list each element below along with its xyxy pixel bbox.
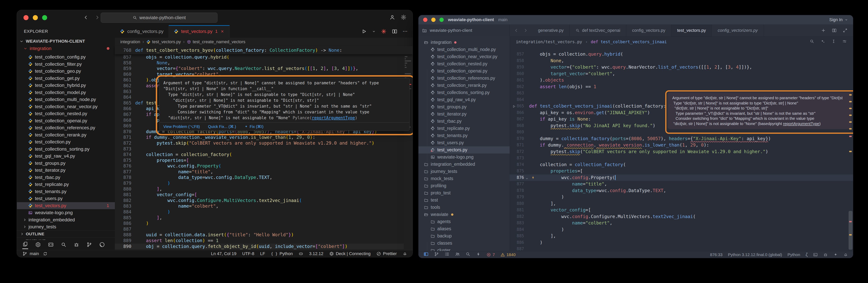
folder-cluster[interactable]: cluster [418, 247, 510, 251]
folder-classes[interactable]: classes [418, 240, 510, 247]
history-forward-icon[interactable] [94, 15, 100, 20]
file-item[interactable]: test_collection_nested.py [17, 110, 115, 117]
code-line-876[interactable]: 876 wvc.config.Property( [115, 163, 413, 169]
code-line-886[interactable]: 886 ) [510, 239, 853, 246]
file-test_collection_references.py[interactable]: test_collection_references.py [418, 75, 510, 82]
code-line-884[interactable]: 884 ) [115, 209, 413, 215]
code-line-861[interactable]: 861 ).objects [510, 77, 853, 83]
file-test_rbac.py[interactable]: test_rbac.py [418, 118, 510, 125]
breadcrumb[interactable]: integration›test_vectors.py›test_create_… [115, 38, 413, 46]
tab-test_vectors.py[interactable]: test_vectors.py [671, 25, 712, 36]
status-item[interactable] [299, 251, 303, 256]
status-outline[interactable] [444, 252, 450, 258]
file-item[interactable]: test_collection_hybrid.py [17, 82, 115, 89]
file-item[interactable]: test_collection_config.py [17, 54, 115, 61]
traffic-lights[interactable] [418, 17, 448, 22]
activity-api[interactable] [48, 242, 54, 248]
folder-collapsed[interactable]: journey_tests [17, 223, 115, 231]
file-test_tenants.py[interactable]: test_tenants.py [418, 132, 510, 139]
file-test_collection_openai.py[interactable]: test_collection_openai.py [418, 67, 510, 75]
status-branch[interactable] [434, 252, 439, 258]
code-line-857[interactable]: 857 objs = collection.query.hybrid( [115, 54, 413, 60]
file-test_collection_multi_node.py[interactable]: test_collection_multi_node.py [418, 46, 510, 53]
error-count[interactable]: 7 [486, 252, 495, 257]
code-line-889[interactable]: 889 assert len(collection) == 1 [115, 238, 413, 244]
file-item[interactable]: test_collection_model.py [17, 89, 115, 96]
folder-test[interactable]: test [418, 197, 510, 204]
account-icon[interactable] [390, 14, 395, 20]
file-item-image[interactable]: weaviate-logo.png [17, 209, 115, 216]
minimize-window-button[interactable] [431, 17, 436, 22]
code-line-890[interactable]: 890 obj = collection.query.fetch_object_… [115, 244, 413, 249]
file-item[interactable]: test_collection_references.py [17, 124, 115, 132]
file-test_collection_near_vector.py[interactable]: test_collection_near_vector.py [418, 53, 510, 60]
status-item[interactable] [403, 251, 407, 256]
crumb-search[interactable] [810, 39, 814, 44]
activity-branch[interactable] [86, 242, 92, 248]
code-line-882[interactable]: 882 wvc.config.Configure.MultiVectors.te… [510, 213, 853, 220]
code-line-880[interactable]: 880 ], [510, 201, 853, 207]
folder-aliases[interactable]: aliases [418, 225, 510, 233]
expand-icon[interactable] [843, 28, 848, 33]
code-line-885[interactable]: 885 ], [115, 215, 413, 221]
crumb-ibeam[interactable] [831, 39, 836, 44]
tooltip-action[interactable]: View Problem (⌥F8) [163, 124, 200, 129]
code-line-872[interactable]: 872 pytest.skip("ColBERT vectors are onl… [115, 140, 413, 146]
activity-hex[interactable] [35, 242, 41, 248]
sync-icon[interactable] [43, 251, 48, 256]
split-editor-icon[interactable] [392, 29, 398, 34]
code-line-887[interactable]: 887 [510, 246, 853, 251]
code-line-883[interactable]: 883 name="colbert", [510, 220, 853, 226]
folder-integration_embedded[interactable]: integration_embedded [418, 161, 510, 168]
status-item[interactable]: Prettier [376, 251, 397, 256]
breadcrumb-item[interactable]: test_vectors.py [146, 39, 181, 44]
file-test_groups.py[interactable]: test_groups.py [418, 103, 510, 110]
folder-proto_test[interactable]: proto_test [418, 189, 510, 197]
code-line-859[interactable]: 859 vector={"colbert": wvc.query.NearVec… [115, 66, 413, 72]
code-line-886[interactable]: 886 ) [115, 221, 413, 226]
tab-config_vectors.py[interactable]: config_vectors.py [626, 25, 671, 36]
folder-agents[interactable]: agents [418, 218, 510, 225]
file-item[interactable]: test_iterator.py [17, 167, 115, 174]
run-dropdown-icon[interactable] [372, 30, 376, 33]
code-line-874[interactable]: 874 collection = collection_factory( [115, 152, 413, 157]
new-tab-plus-icon[interactable] [821, 28, 826, 33]
code-line-878[interactable]: 878 data_type=wvc.config.DataType.TEXT, [510, 187, 853, 194]
status-item[interactable]: Deck | Connecting [329, 251, 371, 256]
file-weaviate-logo.png[interactable]: weaviate-logo.png [418, 153, 510, 161]
git-branch-icon[interactable] [22, 251, 27, 256]
status-item[interactable] [833, 252, 838, 257]
crumb-sliders[interactable] [842, 39, 847, 44]
tab-def-text2vec_openai[interactable]: def text2vec_openai [569, 25, 626, 36]
sticky-scroll-line[interactable]: 768 def test_colbert_vectors_byov(collec… [115, 46, 413, 54]
file-item[interactable]: test_collection_filter.py [17, 61, 115, 68]
editor-more-icon[interactable]: ⋯ [403, 28, 408, 34]
sign-in-button[interactable]: Sign In [829, 17, 853, 22]
code-line-858[interactable]: 858 None, [510, 58, 853, 64]
status-item[interactable] [813, 252, 818, 257]
folder-integration[interactable]: integration [418, 39, 510, 46]
activity-github[interactable] [99, 242, 105, 248]
code-line-882[interactable]: 882 wvc.config.Configure.MultiVectors.te… [115, 198, 413, 204]
minimize-window-button[interactable] [33, 15, 38, 20]
diagnostic-rule-link[interactable]: reportArgumentType [312, 115, 355, 120]
split-pane-icon[interactable] [832, 28, 837, 33]
file-item[interactable]: test_tenants.py [17, 188, 115, 195]
breadcrumb-item[interactable]: integration [120, 39, 140, 44]
status-item[interactable]: 876:33 [710, 252, 722, 257]
code-line-873[interactable]: 873 [510, 155, 853, 162]
code-line-885[interactable]: 885 ], [510, 233, 853, 239]
code-line-871[interactable]: 871 if dummy._connection._weaviate_versi… [115, 135, 413, 140]
file-item[interactable]: test_collection_geo.py [17, 68, 115, 75]
file-item[interactable]: test_collection_get.py [17, 75, 115, 82]
code-line-873[interactable]: 873 [115, 146, 413, 152]
gutter-chevron-icon[interactable] [525, 176, 529, 179]
status-item[interactable]: ζ [806, 252, 808, 257]
code-line-878[interactable]: 878 data_type=wvc.config.DataType.TEXT, [115, 175, 413, 180]
run-test-icon[interactable] [512, 104, 516, 108]
folder-mock_tests[interactable]: mock_tests [418, 175, 510, 182]
file-item[interactable]: test_replicate.py [17, 181, 115, 188]
code-line-880[interactable]: 880 ], [115, 186, 413, 192]
folder-integration[interactable]: integration [17, 45, 115, 52]
code-line-887[interactable]: 887 [115, 226, 413, 232]
